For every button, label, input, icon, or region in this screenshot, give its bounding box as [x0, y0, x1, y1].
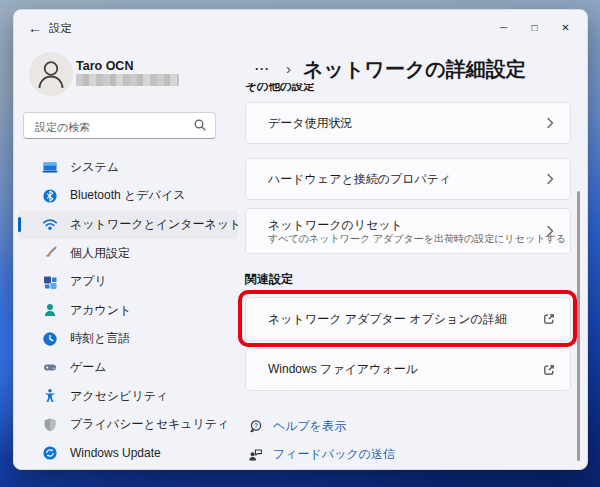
sidebar-item-windows-update[interactable]: Windows Update [18, 439, 238, 468]
settings-scroll-area: その他の設定 データ使用状況 ハードウェアと接続のプロパティ ネットワークのリ [230, 83, 588, 470]
titlebar: ← 設定 ─ □ ✕ [14, 10, 587, 46]
sidebar-item-label: 個人用設定 [70, 245, 130, 262]
maximize-button[interactable]: □ [519, 16, 550, 38]
feedback-link[interactable]: フィードバックの送信 [248, 444, 395, 464]
breadcrumb-ellipsis-button[interactable]: ··· [251, 60, 274, 78]
card-windows-firewall[interactable]: Windows ファイアウォール [245, 348, 571, 391]
card-label: ハードウェアと接続のプロパティ [268, 171, 451, 188]
personalization-icon [42, 245, 58, 261]
minimize-button[interactable]: ─ [488, 16, 519, 38]
sidebar-item-label: アプリ [70, 273, 107, 290]
search-icon [193, 118, 207, 132]
card-network-adapter-options[interactable]: ネットワーク アダプター オプションの詳細 [245, 297, 571, 341]
back-button[interactable]: ← [24, 18, 46, 38]
sidebar-item-label: プライバシーとセキュリティ [70, 416, 229, 433]
sidebar-item-system[interactable]: システム [18, 153, 238, 182]
sidebar-item-label: アクセシビリティ [70, 388, 168, 405]
chevron-right-icon [544, 225, 556, 237]
network-icon [42, 216, 58, 232]
sidebar-item-label: システム [70, 159, 119, 176]
card-hardware-properties[interactable]: ハードウェアと接続のプロパティ [245, 158, 571, 200]
sidebar-item-bluetooth[interactable]: Bluetooth とデバイス [18, 182, 238, 211]
sidebar-item-network[interactable]: ネットワークとインターネット [18, 210, 238, 239]
card-label: ネットワーク アダプター オプションの詳細 [268, 311, 507, 328]
gaming-icon [42, 359, 58, 375]
sidebar-item-label: アカウント [70, 302, 131, 319]
time-language-icon [42, 331, 58, 347]
sidebar-item-gaming[interactable]: ゲーム [18, 353, 238, 382]
card-data-usage[interactable]: データ使用状況 [245, 102, 571, 144]
card-title: ネットワークのリセット [268, 219, 566, 231]
sidebar-item-label: Windows Update [70, 446, 161, 460]
card-label: ネットワークのリセット すべてのネットワーク アダプターを出荷時の設定にリセット… [268, 219, 566, 244]
close-button[interactable]: ✕ [550, 16, 581, 38]
search-box[interactable] [23, 112, 216, 139]
sidebar: Taro OCN システム [14, 46, 244, 469]
sidebar-item-accounts[interactable]: アカウント [18, 296, 238, 325]
chevron-right-icon [544, 117, 556, 129]
feedback-link-label: フィードバックの送信 [273, 446, 395, 463]
breadcrumb-separator-icon: › [286, 60, 291, 77]
user-email-redacted [76, 74, 179, 86]
sidebar-item-privacy[interactable]: プライバシーとセキュリティ [18, 410, 238, 439]
selected-accent-bar [18, 217, 21, 232]
bluetooth-icon [42, 188, 58, 204]
sidebar-item-apps[interactable]: アプリ [18, 267, 238, 296]
sidebar-item-label: ネットワークとインターネット [70, 216, 241, 233]
section-header-other-settings: その他の設定 [245, 83, 315, 94]
search-input[interactable] [33, 114, 192, 139]
breadcrumb: ··· › ネットワークの詳細設定 [230, 54, 526, 84]
section-header-related-settings: 関連設定 [245, 271, 293, 288]
help-icon: ? [248, 419, 263, 434]
system-icon [42, 159, 58, 175]
sidebar-nav: システム Bluetooth とデバイス ネットワークとインターネット [14, 153, 244, 468]
settings-window: ← 設定 ─ □ ✕ Taro OCN [13, 9, 588, 470]
user-name: Taro OCN [76, 59, 133, 73]
avatar[interactable] [29, 52, 73, 96]
highlighted-card-wrapper: ネットワーク アダプター オプションの詳細 [245, 297, 571, 341]
sidebar-item-label: 時刻と言語 [70, 330, 130, 347]
external-link-icon [542, 312, 556, 326]
sidebar-item-time-language[interactable]: 時刻と言語 [18, 325, 238, 354]
external-link-icon [542, 363, 556, 377]
help-link[interactable]: ? ヘルプを表示 [248, 416, 346, 436]
card-label: Windows ファイアウォール [268, 361, 418, 378]
main-content: ··· › ネットワークの詳細設定 その他の設定 データ使用状況 ハードウェアと… [230, 46, 588, 469]
sidebar-item-personalization[interactable]: 個人用設定 [18, 239, 238, 268]
privacy-icon [42, 417, 58, 433]
desktop-wallpaper: ← 設定 ─ □ ✕ Taro OCN [0, 0, 600, 487]
sidebar-item-label: Bluetooth とデバイス [70, 187, 185, 204]
window-title: 設定 [49, 21, 72, 36]
card-label: データ使用状況 [268, 115, 353, 132]
window-controls: ─ □ ✕ [488, 16, 581, 38]
card-subtitle: すべてのネットワーク アダプターを出荷時の設定にリセットする [268, 234, 566, 244]
feedback-icon [248, 447, 263, 462]
accounts-icon [42, 302, 58, 318]
svg-text:?: ? [254, 422, 258, 429]
apps-icon [42, 274, 58, 290]
page-title: ネットワークの詳細設定 [303, 56, 526, 83]
card-network-reset[interactable]: ネットワークのリセット すべてのネットワーク アダプターを出荷時の設定にリセット… [245, 208, 571, 254]
sidebar-item-accessibility[interactable]: アクセシビリティ [18, 382, 238, 411]
help-link-label: ヘルプを表示 [273, 418, 346, 435]
sidebar-item-label: ゲーム [70, 359, 107, 376]
accessibility-icon [42, 388, 58, 404]
windows-update-icon [42, 445, 58, 461]
vertical-scrollbar[interactable] [577, 191, 580, 461]
chevron-right-icon [544, 173, 556, 185]
